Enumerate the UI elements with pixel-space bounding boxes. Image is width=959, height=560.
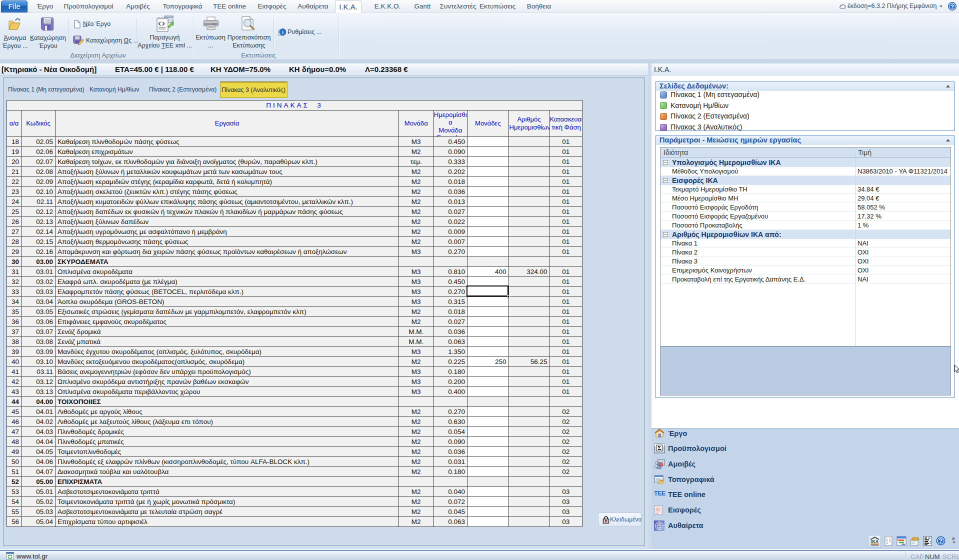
svg-text:i: i [282, 30, 284, 35]
svg-text:ΙΚΑ: ΙΚΑ [871, 539, 878, 544]
svg-text:?: ? [950, 4, 954, 10]
svg-text:TEE: TEE [654, 490, 666, 497]
svg-text:?: ? [939, 538, 942, 544]
svg-text:Σ: Σ [658, 444, 662, 452]
